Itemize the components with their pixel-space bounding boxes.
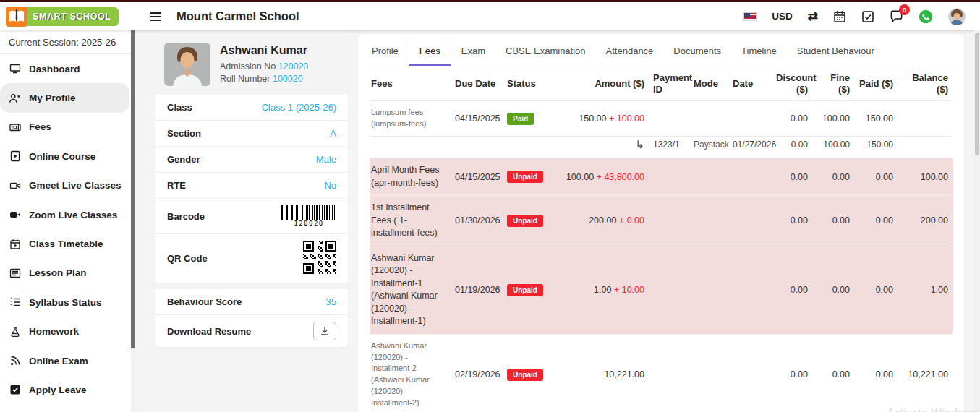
student-detail-card: ProfileFeesExamCBSE ExaminationAttendanc… [358,34,964,412]
field-label: QR Code [167,253,208,264]
download-resume-button[interactable] [313,322,336,340]
field-value: A [330,128,336,139]
payment-id-cell [649,196,689,246]
sidebar-item-fees[interactable]: Fees [0,113,134,142]
roll-number-line: Roll Number 100020 [220,74,308,84]
tab-fees[interactable]: Fees [409,36,451,66]
qr-code-image [303,241,336,276]
fine-cell: 100.00 [812,137,854,158]
column-header-status: Status [503,66,555,101]
discount-cell: 0.00 [772,334,812,412]
sidebar-item-label: Dashboard [29,64,80,74]
payment-date-cell [728,101,772,137]
due-date-cell: 01/19/2026 [451,246,503,334]
amount-cell: 200.00 + 0.00 [555,196,649,246]
messages-icon[interactable]: 0 [890,9,903,23]
tasks-icon[interactable] [861,10,874,23]
fine-cell: 0.00 [812,246,854,334]
language-flag-icon[interactable] [743,12,757,21]
sidebar-item-homework[interactable]: Homework [0,317,134,346]
tab-documents[interactable]: Documents [663,36,731,66]
sidebar-menu: DashboardMy ProfileFeesOnline CourseGmee… [0,54,134,405]
main-content: Ashwani Kumar Admission No 120020 Roll N… [135,30,980,412]
field-label: Section [167,128,201,139]
admission-no-line: Admission No 120020 [220,61,308,72]
sidebar-item-label: Online Course [29,151,95,162]
payment-mode-cell [689,158,728,196]
fee-row: Lumpsum fees (lumpsum-fees)04/15/2025Pai… [370,101,953,137]
currency-selector[interactable]: USD [772,11,793,22]
fee-row: 1st Installment Fees ( 1-installment-fee… [370,196,953,246]
roll-number-value: 100020 [273,74,303,84]
column-header-date: Date [728,66,772,101]
smart-school-logo: SMART SCHOOL [6,7,119,27]
sidebar-item-zoom-live-classes[interactable]: Zoom Live Classes [0,200,134,229]
lesson-plan-icon [9,267,21,279]
page-scrollbar[interactable] [974,30,980,412]
payment-id-cell [649,101,689,137]
field-value [313,322,336,340]
sub-entry-arrow-icon: ↳ [635,138,644,150]
fine-cell: 0.00 [812,158,854,196]
logo-area[interactable]: SMART SCHOOL [0,7,135,27]
sidebar-item-label: Class Timetable [29,239,103,249]
field-label: Gender [167,154,200,165]
calendar-icon[interactable] [833,10,846,23]
payment-arrow-cell: ↳ [555,137,649,158]
status-badge: Paid [507,113,534,125]
user-avatar[interactable] [948,8,966,25]
tab-student-behaviour[interactable]: Student Behaviour [787,36,885,66]
column-header-mode: Mode [689,66,728,101]
status-cell: Unpaid [503,246,555,334]
sidebar-item-label: Online Exam [29,356,88,366]
sidebar-item-label: Fees [29,121,51,132]
book-logo-icon [6,7,27,27]
payment-mode-cell: Paystack [689,137,728,158]
my-profile-icon [9,93,21,104]
tab-profile[interactable]: Profile [370,36,409,66]
field-label: Barcode [167,211,205,222]
payment-date-cell [728,246,772,334]
messages-count-badge: 0 [899,4,910,15]
online-exam-icon [9,355,21,366]
profile-field-section: SectionA [155,121,348,147]
sidebar-item-label: Homework [29,326,79,337]
sidebar-item-my-profile[interactable]: My Profile [0,83,129,112]
field-value: Class 1 (2025-26) [262,102,336,113]
paid-cell: 150.00 [854,101,898,137]
payment-mode-cell [689,196,728,246]
sidebar-item-apply-leave[interactable]: Apply Leave [0,375,134,404]
exchange-icon[interactable]: ⇄ [808,10,818,22]
admission-no-value: 120020 [278,61,309,72]
amount-cell: 100.00 + 43,800.00 [555,158,649,196]
tab-exam[interactable]: Exam [451,36,495,66]
sidebar-item-online-exam[interactable]: Online Exam [0,346,134,375]
fees-table-header: FeesDue DateStatusAmount ($)Payment IDMo… [370,66,953,101]
tab-timeline[interactable]: Timeline [731,36,787,66]
field-label: RTE [167,180,186,191]
topbar-actions: USD ⇄ 0 [743,8,980,25]
online-course-icon [9,150,21,162]
payment-mode-cell [689,101,728,137]
fee-row: Ashwani Kumar (120020) - Installment-2 (… [370,334,953,412]
tab-attendance[interactable]: Attendance [596,36,664,66]
status-badge: Unpaid [507,284,543,296]
whatsapp-icon[interactable] [919,9,933,24]
discount-cell: 0.00 [772,137,812,158]
tab-cbse-examination[interactable]: CBSE Examination [495,36,596,66]
sidebar-toggle-icon[interactable] [149,12,162,22]
sidebar-item-online-course[interactable]: Online Course [0,142,134,171]
sidebar-item-dashboard[interactable]: Dashboard [0,54,134,83]
sidebar-item-class-timetable[interactable]: Class Timetable [0,229,134,258]
current-session-label: Current Session: 2025-26 [0,30,134,54]
sidebar-item-label: Syllabus Status [29,297,102,308]
empty-cell [370,137,451,158]
column-header-fine: Fine ($) [812,66,854,101]
sidebar-item-syllabus-status[interactable]: Syllabus Status [0,288,134,317]
due-date-cell: 02/19/2026 [451,334,503,412]
sidebar-item-gmeet-live-classes[interactable]: Gmeet Live Classes [0,171,134,200]
status-cell: Unpaid [503,158,555,196]
field-label: Class [167,102,192,113]
amount-cell: 150.00 + 100.00 [555,101,649,137]
sidebar-item-lesson-plan[interactable]: Lesson Plan [0,259,134,288]
